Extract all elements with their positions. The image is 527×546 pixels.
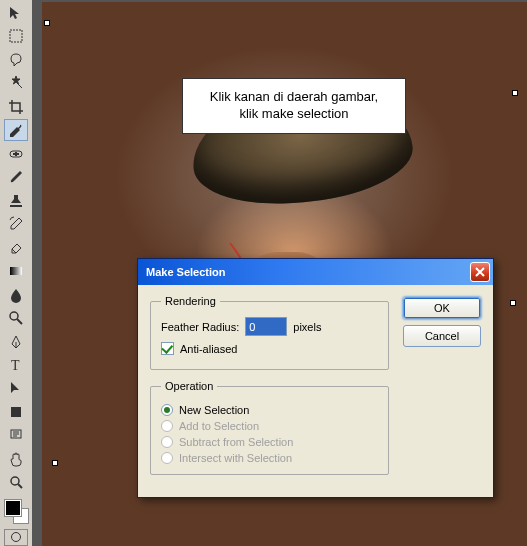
- notes-tool[interactable]: [4, 425, 28, 446]
- annotation-callout: Klik kanan di daerah gambar, klik make s…: [182, 78, 406, 134]
- blur-tool[interactable]: [4, 284, 28, 305]
- type-tool[interactable]: T: [4, 354, 28, 375]
- color-swatches[interactable]: [3, 498, 29, 523]
- callout-text-line2: klik make selection: [195, 106, 393, 123]
- eraser-tool[interactable]: [4, 237, 28, 258]
- brush-tool[interactable]: [4, 166, 28, 187]
- selection-handle[interactable]: [512, 90, 518, 96]
- feather-label: Feather Radius:: [161, 321, 239, 333]
- close-icon: [475, 267, 485, 277]
- hand-tool[interactable]: [4, 448, 28, 469]
- callout-text-line1: Klik kanan di daerah gambar,: [195, 89, 393, 106]
- operation-option-subtract: Subtract from Selection: [161, 434, 378, 450]
- make-selection-dialog: Make Selection Rendering Feather Radius:…: [137, 258, 494, 498]
- dialog-title: Make Selection: [146, 266, 225, 278]
- antialiased-checkbox[interactable]: [161, 342, 174, 355]
- feather-radius-input[interactable]: [245, 317, 287, 336]
- dodge-tool[interactable]: [4, 307, 28, 328]
- tools-panel: T: [0, 0, 32, 546]
- selection-handle[interactable]: [44, 20, 50, 26]
- ok-button[interactable]: OK: [403, 297, 481, 319]
- gradient-tool[interactable]: [4, 260, 28, 281]
- close-button[interactable]: [470, 262, 490, 282]
- healing-tool[interactable]: [4, 143, 28, 164]
- zoom-tool[interactable]: [4, 472, 28, 493]
- operation-legend: Operation: [161, 380, 217, 392]
- radio-new-selection[interactable]: [161, 404, 173, 416]
- move-tool[interactable]: [4, 2, 28, 23]
- svg-point-5: [10, 312, 18, 320]
- dialog-titlebar[interactable]: Make Selection: [138, 259, 493, 285]
- svg-rect-7: [11, 407, 21, 417]
- svg-rect-3: [13, 153, 19, 155]
- document-canvas[interactable]: Klik kanan di daerah gambar, klik make s…: [32, 0, 527, 546]
- rendering-legend: Rendering: [161, 295, 220, 307]
- cancel-button[interactable]: Cancel: [403, 325, 481, 347]
- svg-text:T: T: [11, 358, 20, 373]
- svg-rect-4: [10, 267, 22, 275]
- stamp-tool[interactable]: [4, 190, 28, 211]
- operation-option-new[interactable]: New Selection: [161, 402, 378, 418]
- operation-option-add: Add to Selection: [161, 418, 378, 434]
- marquee-tool[interactable]: [4, 25, 28, 46]
- radio-subtract-selection: [161, 436, 173, 448]
- selection-handle[interactable]: [52, 460, 58, 466]
- lasso-tool[interactable]: [4, 49, 28, 70]
- radio-intersect-selection: [161, 452, 173, 464]
- path-select-tool[interactable]: [4, 378, 28, 399]
- quick-mask-toggle[interactable]: [4, 529, 28, 547]
- wand-tool[interactable]: [4, 72, 28, 93]
- svg-point-9: [11, 477, 19, 485]
- svg-rect-0: [10, 30, 22, 42]
- antialiased-label[interactable]: Anti-aliased: [180, 343, 237, 355]
- foreground-color[interactable]: [5, 500, 21, 516]
- feather-unit: pixels: [293, 321, 321, 333]
- eyedropper-tool[interactable]: [4, 119, 28, 140]
- radio-add-selection: [161, 420, 173, 432]
- operation-group: Operation New Selection Add to Selection…: [150, 380, 389, 475]
- shape-tool[interactable]: [4, 401, 28, 422]
- history-brush-tool[interactable]: [4, 213, 28, 234]
- rendering-group: Rendering Feather Radius: pixels Anti-al…: [150, 295, 389, 370]
- crop-tool[interactable]: [4, 96, 28, 117]
- selection-handle[interactable]: [510, 300, 516, 306]
- pen-tool[interactable]: [4, 331, 28, 352]
- operation-option-intersect: Intersect with Selection: [161, 450, 378, 466]
